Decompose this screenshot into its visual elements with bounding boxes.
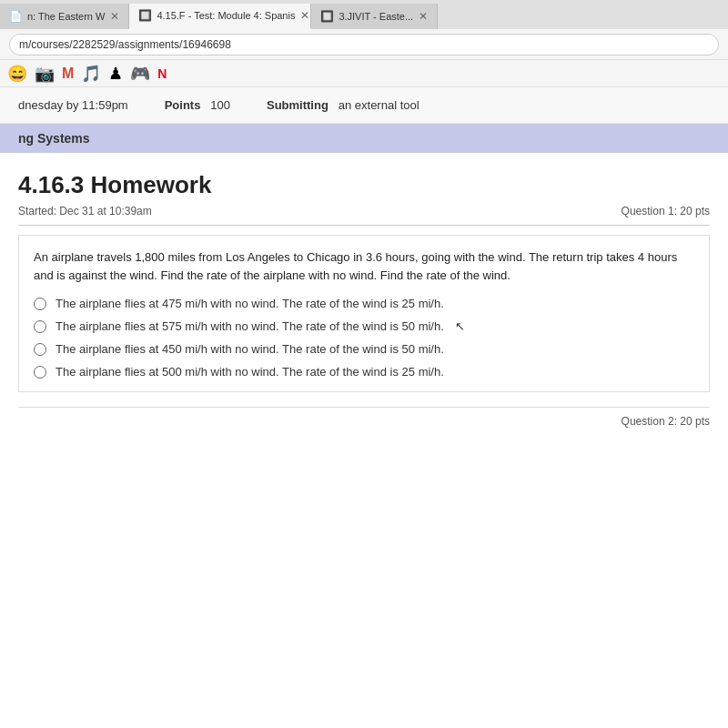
- bookmarks-bar: 😄 📷 M 🎵 ♟ 🎮 N: [0, 60, 728, 87]
- page-content: dnesday by 11:59pm Points 100 Submitting…: [0, 87, 728, 728]
- answer-option-4-text: The airplane flies at 500 mi/h with no w…: [56, 365, 444, 379]
- bookmark-netflix[interactable]: N: [157, 66, 167, 81]
- question1-pts-header: Question 1: 20 pts: [622, 205, 710, 217]
- address-bar[interactable]: m/courses/2282529/assignments/16946698: [9, 34, 719, 56]
- tab-1-close[interactable]: ✕: [110, 10, 119, 23]
- address-text: m/courses/2282529/assignments/16946698: [19, 38, 231, 51]
- submitting-value: an external tool: [339, 98, 420, 112]
- answer-option-2-text: The airplane flies at 575 mi/h with no w…: [56, 319, 444, 333]
- submitting-section: Submitting an external tool: [267, 98, 420, 112]
- section-title: ng Systems: [18, 131, 90, 146]
- points-value: 100: [210, 98, 230, 112]
- tab-2-icon: 🔲: [138, 9, 152, 22]
- bookmark-instagram[interactable]: 📷: [35, 64, 55, 84]
- answer-option-3[interactable]: The airplane flies at 450 mi/h with no w…: [34, 342, 694, 356]
- radio-3[interactable]: [34, 343, 46, 356]
- question-1-text: An airplane travels 1,800 miles from Los…: [34, 248, 694, 284]
- bookmark-smiley[interactable]: 😄: [7, 64, 27, 84]
- bookmark-game[interactable]: 🎮: [130, 64, 150, 84]
- answer-option-1[interactable]: The airplane flies at 475 mi/h with no w…: [34, 297, 694, 310]
- tab-2[interactable]: 🔲 4.15.F - Test: Module 4: Spanis ✕: [129, 4, 311, 29]
- question-1-box: An airplane travels 1,800 miles from Los…: [18, 235, 710, 392]
- answer-option-4[interactable]: The airplane flies at 500 mi/h with no w…: [34, 365, 694, 379]
- tab-3-close[interactable]: ✕: [419, 10, 428, 23]
- tab-2-label: 4.15.F - Test: Module 4: Spanis: [157, 10, 295, 21]
- tab-3-icon: 🔲: [320, 10, 334, 23]
- points-label: Points: [165, 98, 201, 112]
- address-bar-row: m/courses/2282529/assignments/16946698: [0, 29, 728, 60]
- homework-title: 4.16.3 Homework: [18, 171, 710, 199]
- tab-1[interactable]: 📄 n: The Eastern W ✕: [0, 4, 129, 29]
- bookmark-spotify[interactable]: 🎵: [81, 64, 101, 84]
- answer-options: The airplane flies at 475 mi/h with no w…: [34, 297, 694, 379]
- tab-2-close[interactable]: ✕: [300, 9, 309, 22]
- radio-1[interactable]: [34, 298, 46, 310]
- answer-option-2[interactable]: The airplane flies at 575 mi/h with no w…: [34, 319, 694, 333]
- tab-1-label: n: The Eastern W: [27, 11, 105, 22]
- bookmark-chess[interactable]: ♟: [108, 64, 123, 84]
- browser-tabs: 📄 n: The Eastern W ✕ 🔲 4.15.F - Test: Mo…: [0, 0, 728, 29]
- tab-1-icon: 📄: [9, 10, 23, 23]
- started-info: Started: Dec 31 at 10:39am Question 1: 2…: [18, 205, 710, 226]
- answer-option-1-text: The airplane flies at 475 mi/h with no w…: [56, 297, 444, 310]
- answer-option-3-text: The airplane flies at 450 mi/h with no w…: [56, 342, 444, 356]
- assignment-info-bar: dnesday by 11:59pm Points 100 Submitting…: [0, 87, 728, 124]
- cursor-icon: ↖: [455, 319, 465, 333]
- started-text: Started: Dec 31 at 10:39am: [18, 205, 152, 217]
- bookmark-gmail[interactable]: M: [62, 66, 74, 82]
- tab-3-label: 3.JIVIT - Easte...: [339, 11, 413, 22]
- tab-3[interactable]: 🔲 3.JIVIT - Easte... ✕: [311, 4, 438, 29]
- main-content: 4.16.3 Homework Started: Dec 31 at 10:39…: [0, 153, 728, 437]
- due-date: dnesday by 11:59pm: [18, 98, 128, 112]
- radio-4[interactable]: [34, 366, 46, 379]
- section-header: ng Systems: [0, 124, 728, 153]
- radio-2[interactable]: [34, 320, 46, 333]
- question-2-pts: Question 2: 20 pts: [18, 407, 710, 428]
- points-section: Points 100: [165, 98, 230, 112]
- submitting-label: Submitting: [267, 98, 329, 112]
